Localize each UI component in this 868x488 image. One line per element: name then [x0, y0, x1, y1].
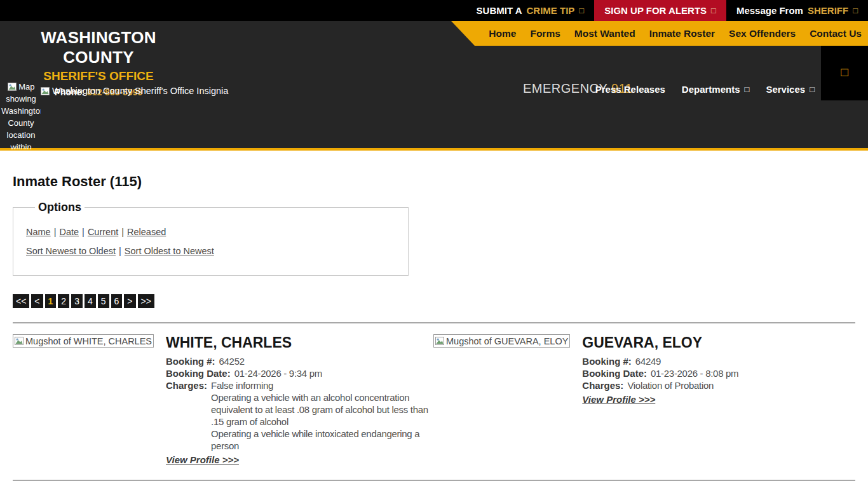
charges-list: False informing Operating a vehicle with…	[211, 379, 433, 452]
services-label: Services	[766, 84, 805, 95]
charge-item: False informing	[211, 379, 433, 391]
booking-number-value: 64249	[635, 355, 661, 367]
insignia-alt-text: Washington County Sheriff's Office Insig…	[52, 86, 228, 96]
broken-image-icon	[15, 337, 24, 345]
separator: |	[79, 227, 88, 237]
external-link-icon: □	[711, 6, 716, 15]
roster-column-right: Mugshot of GUEVARA, ELOY GUEVARA, ELOY B…	[433, 323, 854, 466]
charges-label: Charges:	[582, 379, 623, 391]
inmate-entry: Mugshot of GUEVARA, ELOY GUEVARA, ELOY B…	[433, 323, 854, 405]
county-map-broken-image: Map showing Washington County location w…	[1, 81, 41, 149]
message-from-sheriff-button[interactable]: Message From SHERIFF □	[726, 0, 868, 21]
page-button-2[interactable]: 2	[58, 294, 69, 308]
page-last-button[interactable]: >>	[138, 294, 154, 308]
search-icon: □	[841, 66, 848, 78]
nav-item-home[interactable]: Home	[489, 28, 516, 39]
charges-row: Charges: False informing Operating a veh…	[166, 379, 433, 452]
charge-item: Operating a vehicle while intoxicated en…	[211, 428, 433, 452]
mugshot-alt-text: Mugshot of WHITE, CHARLES	[25, 336, 152, 346]
mugshot-alt-text: Mugshot of GUEVARA, ELOY	[446, 336, 568, 346]
mugshot-broken-image: Mugshot of WHITE, CHARLES	[13, 334, 154, 348]
booking-date-label: Booking Date:	[582, 367, 647, 379]
broken-image-icon	[435, 337, 444, 345]
booking-date-label: Booking Date:	[166, 367, 231, 379]
sort-link-oldest[interactable]: Sort Oldest to Newest	[125, 246, 214, 256]
filter-link-current[interactable]: Current	[88, 227, 118, 237]
filter-link-date[interactable]: Date	[59, 227, 79, 237]
submit-crime-tip-button[interactable]: SUBMIT A CRIME TIP □	[466, 0, 595, 21]
inmate-details: GUEVARA, ELOY Booking #: 64249 Booking D…	[582, 334, 738, 405]
booking-date-row: Booking Date: 01-23-2026 - 8:08 pm	[582, 367, 738, 379]
booking-date-value: 01-23-2026 - 8:08 pm	[651, 367, 738, 379]
page-button-1[interactable]: 1	[45, 294, 57, 308]
booking-number-label: Booking #:	[582, 355, 632, 367]
booking-number-value: 64252	[219, 355, 245, 367]
page-button-4[interactable]: 4	[85, 294, 96, 308]
view-profile-link[interactable]: View Profile >>>	[166, 454, 239, 465]
charges-list: Violation of Probation	[627, 379, 714, 391]
separator: |	[116, 246, 125, 256]
nav-item-press-releases[interactable]: Press Releases	[595, 84, 665, 95]
page-button-6[interactable]: 6	[111, 294, 123, 308]
nav-item-contact-us[interactable]: Contact Us	[810, 28, 862, 39]
nav-item-departments[interactable]: Departments □	[682, 84, 750, 95]
inmate-name: GUEVARA, ELOY	[582, 334, 738, 351]
nav-item-most-wanted[interactable]: Most Wanted	[574, 28, 635, 39]
page-first-button[interactable]: <<	[13, 294, 29, 308]
broken-image-icon	[41, 87, 50, 95]
chevron-down-icon: □	[810, 85, 815, 93]
booking-date-row: Booking Date: 01-24-2026 - 9:34 pm	[166, 367, 433, 379]
mugshot-broken-image: Mugshot of GUEVARA, ELOY	[433, 334, 570, 348]
nav-item-services[interactable]: Services □	[766, 84, 815, 95]
sort-link-newest[interactable]: Sort Newest to Oldest	[26, 246, 116, 256]
filter-link-released[interactable]: Released	[127, 227, 166, 237]
booking-number-label: Booking #:	[166, 355, 215, 367]
press-releases-label: Press Releases	[595, 84, 665, 95]
filter-link-name[interactable]: Name	[26, 227, 51, 237]
agency-name: WASHINGTON COUNTY	[3, 28, 194, 67]
separator: |	[51, 227, 60, 237]
separator: |	[118, 227, 127, 237]
map-alt-text: Map showing Washington County location w…	[1, 82, 41, 149]
page-next-button[interactable]: >	[124, 294, 135, 308]
nav-item-sex-offenders[interactable]: Sex Offenders	[729, 28, 796, 39]
nav-item-inmate-roster[interactable]: Inmate Roster	[649, 28, 715, 39]
options-panel: Options Name|Date|Current|Released Sort …	[13, 201, 409, 276]
booking-date-value: 01-24-2026 - 9:34 pm	[234, 367, 322, 379]
site-header: Home Forms Most Wanted Inmate Roster Sex…	[0, 21, 868, 151]
secondary-navigation: Press Releases Departments □ Services □	[595, 84, 815, 95]
charges-row: Charges: Violation of Probation	[582, 379, 738, 391]
booking-number-row: Booking #: 64252	[166, 355, 433, 367]
external-link-icon: □	[853, 6, 858, 15]
divider	[13, 480, 855, 481]
page-button-5[interactable]: 5	[98, 294, 109, 308]
options-legend: Options	[35, 201, 85, 214]
inmate-roster-row: Mugshot of WHITE, CHARLES WHITE, CHARLES…	[13, 323, 855, 466]
view-profile-link[interactable]: View Profile >>>	[582, 394, 655, 405]
booking-number-row: Booking #: 64249	[582, 355, 738, 367]
charges-label: Charges:	[166, 379, 207, 452]
inmate-details: WHITE, CHARLES Booking #: 64252 Booking …	[166, 334, 433, 466]
inmate-entry: Mugshot of WHITE, CHARLES WHITE, CHARLES…	[13, 323, 433, 466]
page-title: Inmate Roster (115)	[13, 173, 855, 190]
utility-bar: SUBMIT A CRIME TIP □ SIGN UP FOR ALERTS …	[0, 0, 868, 21]
inmate-name: WHITE, CHARLES	[166, 334, 433, 351]
insignia-broken-image: Washington County Sheriff's Office Insig…	[41, 86, 228, 96]
search-button[interactable]: □	[821, 46, 868, 100]
sign-up-alerts-button[interactable]: SIGN UP FOR ALERTS □	[594, 0, 726, 21]
page-button-3[interactable]: 3	[71, 294, 83, 308]
departments-label: Departments	[682, 84, 740, 95]
charge-item: Violation of Probation	[627, 379, 714, 391]
roster-column-left: Mugshot of WHITE, CHARLES WHITE, CHARLES…	[13, 323, 433, 466]
nav-item-forms[interactable]: Forms	[530, 28, 560, 39]
chevron-down-icon: □	[745, 85, 750, 93]
message-highlight: SHERIFF	[808, 5, 848, 16]
page-prev-button[interactable]: <	[31, 294, 43, 308]
sign-up-alerts-label: SIGN UP FOR ALERTS	[604, 5, 707, 16]
filter-links-row: Name|Date|Current|Released	[26, 227, 395, 237]
main-navigation: Home Forms Most Wanted Inmate Roster Sex…	[447, 21, 868, 46]
message-prefix: Message From	[736, 5, 803, 16]
submit-crime-tip-prefix: SUBMIT A	[477, 5, 522, 16]
charge-item: Operating a vehicle with an alcohol conc…	[211, 391, 433, 428]
external-link-icon: □	[579, 6, 584, 15]
